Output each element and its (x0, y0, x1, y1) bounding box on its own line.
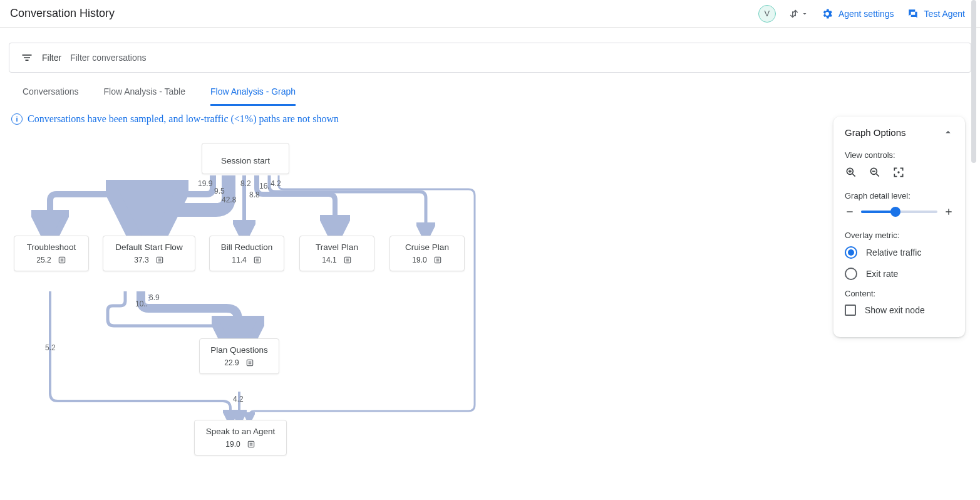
list-icon (433, 256, 442, 264)
test-agent-label: Test Agent (924, 9, 965, 19)
svg-point-9 (897, 171, 899, 173)
node-speak-to-agent[interactable]: Speak to an Agent 19.0 (194, 420, 287, 456)
node-plan-questions[interactable]: Plan Questions 22.9 (199, 338, 279, 374)
edge-label: 8.2 (240, 179, 251, 188)
vertical-scrollbar[interactable] (970, 0, 977, 500)
node-bill-reduction[interactable]: Bill Reduction 11.4 (209, 236, 284, 271)
edge-label: 9.5 (214, 187, 225, 195)
edge-label: 5.2 (45, 343, 56, 352)
page-title: Conversation History (10, 7, 758, 20)
avatar[interactable]: V (758, 5, 776, 23)
filter-label: Filter (42, 53, 61, 63)
detail-level-slider[interactable] (861, 211, 937, 213)
radio-label: Relative traffic (866, 247, 921, 258)
list-icon (343, 256, 352, 264)
tab-conversations[interactable]: Conversations (23, 86, 79, 106)
node-label: Troubleshoot (14, 236, 88, 254)
test-agent-button[interactable]: Test Agent (907, 8, 965, 20)
agent-settings-label: Agent settings (838, 9, 894, 19)
edge-label: 6.9 (149, 293, 160, 302)
node-value: 14.1 (322, 256, 336, 264)
plus-icon[interactable] (944, 207, 954, 217)
node-label: Default Start Flow (103, 236, 195, 254)
node-label: Session start (215, 150, 276, 168)
node-troubleshoot[interactable]: Troubleshoot 25.2 (14, 236, 89, 271)
content-label: Content: (845, 289, 954, 298)
radio-exit-rate[interactable]: Exit rate (845, 268, 954, 280)
checkbox-show-exit-node[interactable]: Show exit node (845, 305, 954, 316)
node-travel-plan[interactable]: Travel Plan 14.1 (299, 236, 374, 271)
zoom-out-icon[interactable] (869, 166, 881, 179)
tab-flow-analysis-graph[interactable]: Flow Analysis - Graph (210, 86, 296, 106)
fit-screen-icon[interactable] (892, 166, 905, 179)
graph-options-panel: Graph Options View controls: Graph detai… (833, 117, 965, 337)
filter-bar[interactable]: Filter Filter conversations (9, 43, 971, 73)
edge-label: 42.8 (222, 195, 236, 204)
header-bar: Conversation History V Agent settings Te… (0, 0, 980, 28)
list-icon (155, 256, 164, 264)
list-icon (247, 440, 255, 449)
node-label: Speak to an Agent (195, 420, 286, 439)
edge-label: 19.9 (198, 179, 212, 188)
tab-flow-analysis-table[interactable]: Flow Analysis - Table (104, 86, 185, 106)
radio-icon (845, 268, 857, 280)
tabs: Conversations Flow Analysis - Table Flow… (0, 86, 980, 106)
radio-relative-traffic[interactable]: Relative traffic (845, 246, 954, 259)
radio-label: Exit rate (866, 269, 898, 279)
node-value: 22.9 (224, 358, 239, 367)
edge-label: 4.2 (271, 179, 281, 188)
view-controls-label: View controls: (845, 150, 954, 160)
graph-options-title: Graph Options (845, 127, 906, 138)
node-label: Cruise Plan (390, 236, 464, 254)
chevron-down-icon (801, 10, 808, 18)
overlay-metric-label: Overlay metric: (845, 231, 954, 240)
detail-level-label: Graph detail level: (845, 191, 954, 201)
node-value: 25.2 (36, 256, 51, 264)
node-label: Bill Reduction (210, 236, 284, 254)
edge-label: 4.2 (233, 395, 244, 404)
node-label: Travel Plan (300, 236, 374, 254)
list-icon (245, 358, 254, 367)
swap-vert-icon (788, 8, 800, 19)
agent-settings-button[interactable]: Agent settings (821, 8, 894, 20)
minus-icon[interactable] (845, 207, 855, 217)
node-default-start-flow[interactable]: Default Start Flow 37.3 (103, 236, 195, 271)
chevron-up-icon[interactable] (942, 127, 954, 138)
header-actions: V Agent settings Test Agent (758, 5, 965, 23)
radio-icon (845, 246, 857, 259)
list-icon (253, 256, 262, 264)
node-value: 11.4 (232, 256, 246, 264)
checkbox-label: Show exit node (865, 305, 925, 315)
edge-label: 10.. (135, 299, 148, 308)
filter-icon (21, 51, 33, 64)
checkbox-icon (845, 305, 856, 316)
zoom-in-icon[interactable] (845, 166, 857, 179)
gear-icon (821, 8, 833, 20)
node-label: Plan Questions (200, 339, 279, 357)
filter-placeholder: Filter conversations (70, 53, 146, 63)
node-cruise-plan[interactable]: Cruise Plan 19.0 (389, 236, 465, 271)
node-value: 19.0 (412, 256, 426, 264)
node-session-start[interactable]: Session start (202, 143, 289, 174)
edge-label: 8.8 (249, 190, 260, 199)
node-value: 37.3 (134, 256, 148, 264)
chat-icon (907, 8, 919, 20)
list-icon (58, 256, 66, 264)
node-value: 19.0 (225, 440, 240, 449)
sort-menu[interactable] (788, 8, 808, 19)
edge-label: 16. (259, 182, 270, 190)
